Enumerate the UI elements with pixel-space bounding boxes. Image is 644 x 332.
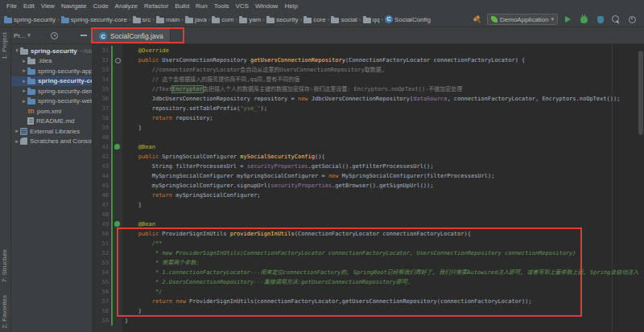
tree-item-external-libraries[interactable]: ▸External Libraries (11, 126, 92, 137)
line-number[interactable]: 38 (93, 113, 109, 123)
menu-item-help[interactable]: Help (281, 2, 300, 10)
line-number[interactable]: 57 (93, 297, 109, 306)
code-line[interactable]: 37 repository.setTablePrefix("yse_"); (93, 104, 644, 113)
menu-item-tools[interactable]: Tools (211, 2, 233, 10)
coverage-button[interactable] (594, 14, 606, 26)
search-everywhere-button[interactable] (610, 14, 622, 26)
run-button[interactable] (562, 14, 574, 26)
build-button[interactable] (471, 14, 483, 26)
code-line[interactable]: 34 // 这个会根据接入的服务提供商不同,qq同,是有不同的值 (93, 75, 644, 84)
code-line[interactable]: 49 @Bean (93, 219, 644, 229)
chevron-down-icon[interactable]: ▾ (27, 32, 31, 39)
tree-item-spring-security-core[interactable]: ▸spring-security-core (11, 76, 92, 87)
bean-gutter-icon[interactable] (113, 219, 122, 229)
code-line[interactable]: 31 @Override (93, 46, 644, 55)
override-gutter-icon[interactable] (113, 55, 122, 65)
menu-item-analyze[interactable]: Analyze (112, 2, 141, 10)
menu-item-run[interactable]: Run (192, 2, 211, 10)
breadcrumb-item-core[interactable]: core (303, 16, 327, 23)
menu-item-build[interactable]: Build (171, 2, 192, 10)
chevron-down-icon[interactable]: ▾ (14, 47, 20, 54)
chevron-right-icon[interactable]: ▸ (21, 58, 27, 64)
breadcrumb-item-social[interactable]: social (330, 16, 357, 23)
code-line[interactable]: 41 @Bean (93, 142, 644, 152)
breadcrumb-item-yam[interactable]: yam (238, 16, 262, 23)
run-config-select[interactable]: DemoApplication ▾ (487, 14, 558, 25)
chevron-right-icon[interactable]: ▸ (21, 98, 27, 105)
line-number[interactable]: 53 (93, 258, 109, 268)
code-line[interactable]: 52 * new ProviderSignInUtils(ConnectionF… (93, 248, 644, 258)
breadcrumb-item-src[interactable]: src (132, 16, 152, 23)
line-number[interactable]: 48 (93, 210, 109, 219)
line-number[interactable]: 32 (93, 55, 109, 65)
menu-item-file[interactable]: File (3, 2, 20, 10)
line-number[interactable]: 41 (93, 142, 109, 152)
menu-item-refactor[interactable]: Refactor (141, 2, 171, 10)
code-line[interactable]: 33 //connectionFactoryLocator会自动从这里的User… (93, 65, 644, 75)
breadcrumb-item-security[interactable]: security (266, 16, 299, 23)
tree-item-spring-security-demo[interactable]: ▸spring-security-demo (11, 86, 92, 96)
code-line[interactable]: 55 * 2.UsersConnectionRepository---直接调用方… (93, 277, 644, 287)
tree-item-readme-md[interactable]: README.md (11, 117, 92, 127)
code-line[interactable]: 46 return mySpringSocialConfigurer; (93, 191, 644, 200)
menu-item-code[interactable]: Code (89, 2, 111, 10)
line-number[interactable]: 35 (93, 84, 109, 94)
line-number[interactable]: 59 (93, 316, 109, 326)
line-number[interactable]: 39 (93, 123, 109, 133)
line-number[interactable]: 42 (93, 152, 109, 162)
tree-item-spring-security[interactable]: ▾spring-security~/IdeaP... (11, 46, 92, 56)
code-line[interactable]: 35 //TextEncryptor会把插入个人的数据库主键的数据加密保存:我们… (93, 84, 644, 94)
code-line[interactable]: 39 } (93, 123, 644, 133)
line-number[interactable]: 44 (93, 171, 109, 181)
locate-button[interactable] (48, 30, 60, 42)
line-number[interactable]: 49 (93, 219, 109, 229)
menu-item-window[interactable]: Window (252, 2, 281, 10)
tree-item-idea[interactable]: ▸.idea (11, 56, 92, 67)
code-line[interactable]: 57 return new ProviderSignInUtils(connec… (93, 297, 644, 306)
code-line[interactable]: 56 */ (93, 287, 644, 297)
line-number[interactable]: 34 (93, 75, 109, 84)
code-line[interactable]: 47 } (93, 200, 644, 210)
line-number[interactable]: 36 (93, 94, 109, 104)
code-line[interactable]: 48 (93, 210, 644, 219)
breadcrumb-item-java[interactable]: java (184, 16, 208, 23)
code-line[interactable]: 36 JdbcUsersConnectionRepository reposit… (93, 94, 644, 104)
line-number[interactable]: 46 (93, 191, 109, 200)
code-line[interactable]: 38 return repository; (93, 113, 644, 123)
debug-button[interactable] (578, 14, 590, 26)
line-number[interactable]: 56 (93, 287, 109, 297)
code-line[interactable]: 44 MySpringSocialConfigurer mySpringSoci… (93, 171, 644, 181)
code-line[interactable]: 58 } (93, 306, 644, 316)
code-line[interactable]: 51 /** (93, 239, 644, 248)
editor-scrollbar[interactable] (638, 51, 643, 135)
settings-button[interactable] (626, 14, 638, 26)
line-number[interactable]: 51 (93, 239, 109, 248)
tree-item-scratches-and-consoles[interactable]: ▸Scratches and Consoles (11, 137, 92, 147)
code-line[interactable]: 50 public ProviderSignInUtils providerSi… (93, 229, 644, 239)
code-line[interactable]: 45 mySpringSocialConfigurer.signupUrl(se… (93, 181, 644, 191)
line-number[interactable]: 50 (93, 229, 109, 239)
menu-item-vcs[interactable]: VCS (232, 2, 251, 10)
breadcrumb-item-spring-security[interactable]: spring-security (3, 16, 56, 23)
editor[interactable]: 31 @Override32 public UsersConnectionRep… (93, 44, 644, 332)
line-number[interactable]: 52 (93, 248, 109, 258)
favorites-stripe-button[interactable]: 2: Favorites (1, 295, 8, 329)
tree-item-spring-security-app[interactable]: ▸spring-security-app (11, 66, 92, 76)
breadcrumb-item-spring-security-core[interactable]: spring-security-core (60, 16, 128, 23)
tab-socialconfig-java[interactable]: SocialConfig.java (93, 28, 171, 43)
chevron-right-icon[interactable]: ▸ (21, 78, 27, 84)
menu-item-edit[interactable]: Edit (20, 2, 38, 10)
tree-item-pom-xml[interactable]: pom.xml (11, 106, 92, 117)
code-line[interactable]: 32 public UsersConnectionRepository getU… (93, 55, 644, 65)
line-number[interactable]: 37 (93, 104, 109, 113)
project-stripe-button[interactable]: 1: Project (1, 32, 8, 59)
chevron-right-icon[interactable]: ▸ (14, 138, 20, 145)
breadcrumb-item-qq[interactable]: qq (362, 16, 381, 23)
line-number[interactable]: 54 (93, 268, 109, 277)
tree-item-spring-security-web[interactable]: ▸spring-security-web (11, 96, 92, 107)
line-number[interactable]: 58 (93, 306, 109, 316)
code-line[interactable]: 40 (93, 133, 644, 142)
menu-item-view[interactable]: View (38, 2, 58, 10)
code-line[interactable]: 42 public SpringSocialConfigurer mySocia… (93, 152, 644, 162)
line-number[interactable]: 33 (93, 65, 109, 75)
